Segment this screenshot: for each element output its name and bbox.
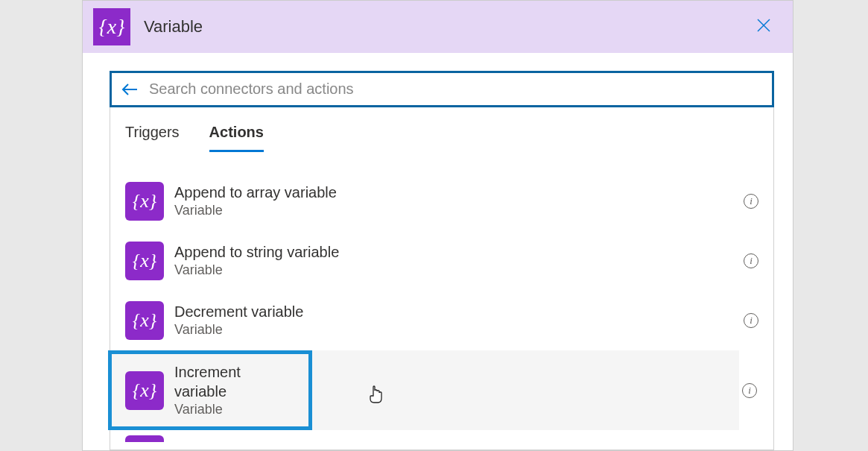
panel-title: Variable xyxy=(144,17,203,37)
close-icon[interactable] xyxy=(748,12,779,42)
action-row-partial[interactable] xyxy=(110,430,773,442)
panel-body: Triggers Actions {x} Append to array var… xyxy=(83,53,793,450)
variable-icon: {x} xyxy=(93,8,130,45)
tab-triggers[interactable]: Triggers xyxy=(125,124,180,152)
action-title: Decrement variable xyxy=(174,302,303,321)
action-row-increment[interactable]: {x} Increment variable Variable xyxy=(108,350,312,430)
action-row-append-string[interactable]: {x} Append to string variable Variable i xyxy=(110,231,773,291)
info-icon[interactable]: i xyxy=(744,194,758,209)
tabs: Triggers Actions xyxy=(110,107,773,152)
action-category: Variable xyxy=(174,401,295,418)
variable-icon: {x} xyxy=(125,242,164,280)
actions-list: {x} Append to array variable Variable i … xyxy=(110,171,773,450)
action-row-append-array[interactable]: {x} Append to array variable Variable i xyxy=(110,171,773,231)
connector-panel: {x} Variable Triggers Actions xyxy=(82,0,793,451)
action-row-increment-wrapper: {x} Increment variable Variable i xyxy=(110,350,773,430)
action-title: Increment variable xyxy=(174,362,295,401)
action-category: Variable xyxy=(174,202,337,219)
info-icon[interactable]: i xyxy=(742,383,757,398)
search-input[interactable] xyxy=(149,81,763,98)
variable-icon: {x} xyxy=(125,301,164,340)
tab-actions[interactable]: Actions xyxy=(209,124,264,152)
search-bar[interactable] xyxy=(110,71,774,107)
variable-icon xyxy=(125,435,164,442)
variable-icon: {x} xyxy=(125,182,164,221)
action-row-decrement[interactable]: {x} Decrement variable Variable i xyxy=(110,291,773,350)
action-category: Variable xyxy=(174,262,339,279)
action-title: Append to array variable xyxy=(174,183,337,202)
panel-header: {x} Variable xyxy=(83,1,793,53)
info-icon[interactable]: i xyxy=(744,253,758,268)
info-icon[interactable]: i xyxy=(744,313,758,328)
variable-icon: {x} xyxy=(125,371,164,410)
action-title: Append to string variable xyxy=(174,242,339,262)
action-category: Variable xyxy=(174,321,303,338)
actions-card: Triggers Actions {x} Append to array var… xyxy=(110,107,774,450)
back-arrow-icon[interactable] xyxy=(121,82,139,97)
